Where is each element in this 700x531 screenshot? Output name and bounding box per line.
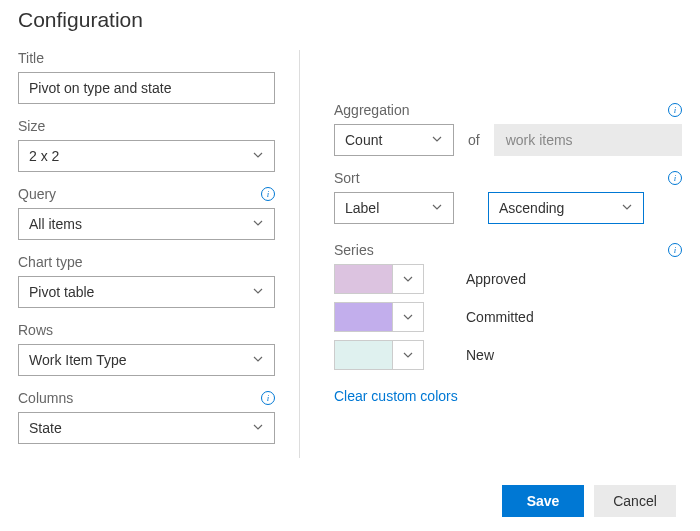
aggregation-unit-value: work items [506,132,573,148]
cancel-button[interactable]: Cancel [594,485,676,517]
title-value: Pivot on type and state [29,80,171,96]
of-text: of [464,132,484,148]
color-swatch [334,302,392,332]
aggregation-label: Aggregation [334,102,410,118]
aggregation-unit: work items [494,124,682,156]
size-value: 2 x 2 [29,148,59,164]
query-value: All items [29,216,82,232]
size-select[interactable]: 2 x 2 [18,140,275,172]
page-title: Configuration [18,8,682,32]
chart-type-select[interactable]: Pivot table [18,276,275,308]
left-panel: Title Pivot on type and state Size 2 x 2… [18,50,300,458]
chevron-down-icon [252,420,264,436]
color-swatch [334,340,392,370]
rows-select[interactable]: Work Item Type [18,344,275,376]
chart-type-label: Chart type [18,254,83,270]
sort-field-value: Label [345,200,379,216]
chevron-down-icon [252,216,264,232]
chevron-down-icon [252,352,264,368]
chevron-down-icon [431,132,443,148]
columns-select[interactable]: State [18,412,275,444]
title-label: Title [18,50,44,66]
series-item-label: New [466,347,494,363]
size-label: Size [18,118,45,134]
series-item: New [334,340,682,370]
aggregation-value: Count [345,132,382,148]
title-input[interactable]: Pivot on type and state [18,72,275,104]
series-item: Approved [334,264,682,294]
color-picker-button[interactable] [392,264,424,294]
chevron-down-icon [621,200,633,216]
sort-label: Sort [334,170,360,186]
color-swatch [334,264,392,294]
aggregation-select[interactable]: Count [334,124,454,156]
button-row: Save Cancel [502,485,676,517]
info-icon[interactable]: i [261,391,275,405]
rows-value: Work Item Type [29,352,127,368]
series-item-label: Approved [466,271,526,287]
query-label: Query [18,186,56,202]
clear-colors-link[interactable]: Clear custom colors [334,388,458,404]
sort-direction-value: Ascending [499,200,564,216]
color-picker-button[interactable] [392,302,424,332]
chevron-down-icon [252,148,264,164]
chevron-down-icon [431,200,443,216]
query-select[interactable]: All items [18,208,275,240]
sort-field-select[interactable]: Label [334,192,454,224]
save-button[interactable]: Save [502,485,584,517]
info-icon[interactable]: i [261,187,275,201]
info-icon[interactable]: i [668,243,682,257]
series-item: Committed [334,302,682,332]
series-item-label: Committed [466,309,534,325]
chart-type-value: Pivot table [29,284,94,300]
sort-direction-select[interactable]: Ascending [488,192,644,224]
columns-value: State [29,420,62,436]
rows-label: Rows [18,322,53,338]
right-panel: Aggregation i Count of work items Sort i [300,50,682,458]
columns-label: Columns [18,390,73,406]
info-icon[interactable]: i [668,103,682,117]
chevron-down-icon [252,284,264,300]
series-label: Series [334,242,374,258]
info-icon[interactable]: i [668,171,682,185]
color-picker-button[interactable] [392,340,424,370]
